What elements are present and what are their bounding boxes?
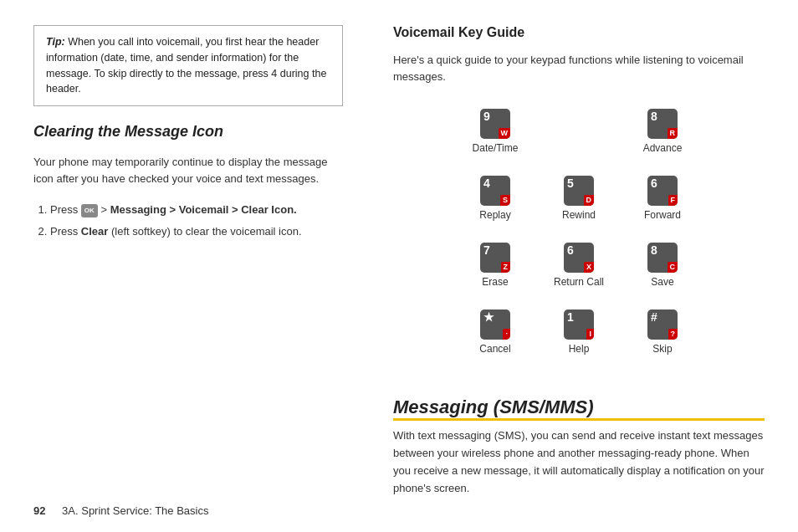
key-icon-datetime: 9 W [480,109,510,139]
key-label-erase: Erase [482,276,508,288]
tip-label: Tip: [46,36,65,48]
menu-key-icon: OK [81,204,98,217]
step-1: Press OK > Messaging > Voicemail > Clear… [50,201,343,219]
key-icon-forward: 6 F [647,176,678,206]
footer-section: 3A. Sprint Service: The Basics [62,504,208,517]
key-save: 8 C Save [621,236,704,303]
messaging-title: Messaging (SMS/MMS) [393,396,765,418]
key-date-time: 9 W Date/Time [453,102,537,169]
key-icon-help: 1 I [564,309,594,340]
key-label-forward: Forward [644,209,681,221]
key-label-datetime: Date/Time [473,142,519,154]
key-label-replay: Replay [479,209,510,221]
key-icon-skip: # ? [647,309,678,340]
key-icon-erase: 7 Z [480,243,510,273]
key-icon-return-call: 6 X [564,243,594,273]
voicemail-guide-title: Voicemail Key Guide [393,25,765,40]
voicemail-guide-desc: Here's a quick guide to your keypad func… [393,52,765,85]
tip-text: When you call into voicemail, you first … [46,36,326,95]
clearing-title: Clearing the Message Icon [33,123,343,141]
clearing-steps: Press OK > Messaging > Voicemail > Clear… [33,201,343,244]
key-erase: 7 Z Erase [453,236,537,303]
key-icon-save: 8 C [647,243,678,273]
key-icon-cancel: ★ · [480,309,510,340]
key-grid: 9 W Date/Time 8 R Advance 4 S Replay [453,102,704,370]
key-skip: # ? Skip [621,303,704,370]
key-replay: 4 S Replay [453,169,537,236]
key-icon-replay: 4 S [480,176,510,206]
key-icon-advance: 8 R [647,109,678,139]
tip-box: Tip: When you call into voicemail, you f… [33,25,343,106]
key-label-cancel: Cancel [479,343,510,355]
clearing-body: Your phone may temporarily continue to d… [33,154,343,187]
yellow-divider [393,418,765,421]
messaging-body: With text messaging (SMS), you can send … [393,427,765,497]
key-label-return-call: Return Call [554,276,604,288]
key-forward: 6 F Forward [621,169,704,236]
key-label-skip: Skip [652,343,672,355]
key-label-help: Help [569,343,590,355]
key-label-advance: Advance [643,142,683,154]
footer: 92 3A. Sprint Service: The Basics [33,504,208,517]
key-label-save: Save [651,276,673,288]
key-advance: 8 R Advance [621,102,704,169]
key-icon-rewind: 5 D [564,176,594,206]
clearing-section: Clearing the Message Icon [33,120,343,141]
key-label-rewind: Rewind [562,209,596,221]
key-return-call: 6 X Return Call [537,236,621,303]
key-cancel: ★ · Cancel [453,303,537,370]
key-help: 1 I Help [537,303,621,370]
key-rewind: 5 D Rewind [537,169,621,236]
key-empty-1 [537,102,621,169]
step-2: Press Clear (left softkey) to clear the … [50,223,343,241]
page-number: 92 [33,504,45,517]
